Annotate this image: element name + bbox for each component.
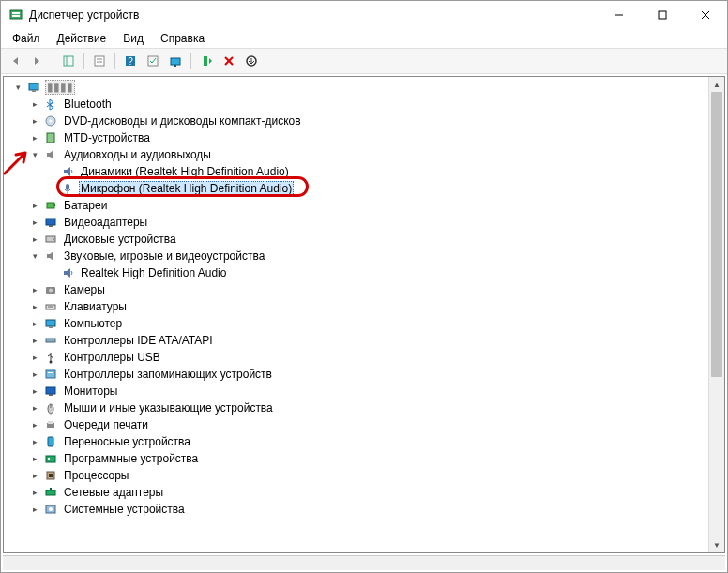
tree-item[interactable]: ▸ Мониторы [28, 383, 724, 400]
menu-action[interactable]: Действие [50, 30, 114, 47]
tree-item[interactable]: ▸ Сетевые адаптеры [28, 484, 724, 501]
expand-icon[interactable]: ▾ [11, 81, 24, 94]
tree-item[interactable]: ▸ Процессоры [28, 467, 724, 484]
svg-rect-43 [46, 387, 55, 394]
tree-item[interactable]: Динамики (Realtek High Definition Audio) [45, 163, 724, 180]
tree-item[interactable]: ▸ Контроллеры IDE ATA/ATAPI [28, 332, 724, 349]
expand-icon[interactable]: ▸ [28, 131, 41, 144]
menu-help[interactable]: Справка [153, 30, 212, 47]
expand-icon[interactable]: ▸ [28, 368, 41, 381]
close-button[interactable] [684, 1, 727, 29]
tree-item-label: Батареи [62, 198, 109, 213]
expand-icon[interactable]: ▸ [28, 469, 41, 482]
expand-icon[interactable]: ▸ [28, 351, 41, 364]
svg-rect-55 [50, 488, 52, 490]
tree-item-label: Мониторы [62, 384, 119, 399]
expand-icon[interactable]: ▸ [28, 486, 41, 499]
update-driver-button[interactable] [241, 51, 262, 71]
tree-item[interactable]: ▸ Bluetooth [28, 96, 724, 113]
scroll-thumb[interactable] [711, 92, 722, 377]
scroll-up-icon[interactable]: ▲ [709, 77, 724, 92]
tree-item[interactable]: Микрофон (Realtek High Definition Audio) [45, 180, 724, 197]
tree-item[interactable]: ▸ Системные устройства [28, 501, 724, 518]
svg-rect-42 [48, 372, 53, 373]
tree-item[interactable]: ▸ Камеры [28, 281, 724, 298]
expand-icon[interactable]: ▸ [28, 317, 41, 330]
tree-item[interactable]: ▸ Контроллеры запоминающих устройств [28, 366, 724, 383]
help-button[interactable]: ? [120, 51, 141, 71]
svg-rect-26 [66, 184, 69, 190]
audio-icon [43, 147, 58, 162]
svg-rect-48 [48, 421, 53, 424]
tree-item[interactable]: ▸ Клавиатуры [28, 298, 724, 315]
tree-item-label: MTD-устройства [62, 130, 152, 145]
show-hide-tree-button[interactable] [58, 51, 79, 71]
tree-item[interactable]: ▸ Видеоадаптеры [28, 214, 724, 231]
enable-button[interactable] [196, 51, 217, 71]
expand-icon[interactable]: ▸ [28, 216, 41, 229]
svg-rect-50 [46, 456, 55, 462]
tree-item-label: Клавиатуры [62, 299, 129, 314]
tree-item[interactable]: ▾ Аудиовходы и аудиовыходы [28, 146, 724, 163]
device-tree[interactable]: ▾ ▮▮▮▮ ▸ Bluetooth ▸ DVD-дисководы и дис… [4, 77, 724, 552]
collapse-icon[interactable]: ▾ [28, 249, 41, 263]
expand-icon[interactable]: ▸ [28, 385, 41, 398]
tree-item-label: Контроллеры USB [62, 350, 162, 365]
scroll-down-icon[interactable]: ▼ [709, 537, 724, 552]
svg-rect-53 [49, 474, 53, 477]
menu-view[interactable]: Вид [115, 30, 151, 47]
portable-icon [43, 434, 58, 449]
expand-icon[interactable]: ▸ [28, 233, 41, 246]
expand-icon[interactable]: ▸ [28, 418, 41, 431]
tree-item[interactable]: ▸ Программные устройства [28, 450, 724, 467]
svg-rect-39 [46, 339, 55, 342]
expand-icon[interactable]: ▸ [28, 300, 41, 313]
dvd-icon [43, 113, 58, 128]
expand-icon[interactable]: ▸ [28, 199, 41, 212]
svg-rect-49 [48, 437, 53, 446]
tree-item[interactable]: ▸ Контроллеры USB [28, 349, 724, 366]
svg-rect-44 [49, 394, 53, 396]
vertical-scrollbar[interactable]: ▲ ▼ [708, 77, 724, 552]
tree-item[interactable]: ▸ Батареи [28, 197, 724, 214]
tree-item[interactable]: ▸ Мыши и иные указывающие устройства [28, 400, 724, 416]
tree-item[interactable]: ▾ Звуковые, игровые и видеоустройства [28, 248, 724, 264]
expand-icon[interactable]: ▸ [28, 435, 41, 448]
expand-icon[interactable]: ▸ [28, 283, 41, 296]
speaker-icon [60, 265, 75, 280]
expand-icon[interactable]: ▸ [28, 334, 41, 347]
minimize-button[interactable] [598, 1, 641, 29]
forward-button[interactable] [27, 51, 48, 71]
storage-ctrl-icon [43, 367, 58, 382]
tree-root[interactable]: ▾ ▮▮▮▮ [11, 79, 724, 96]
collapse-icon[interactable]: ▾ [28, 148, 41, 161]
tree-item[interactable]: ▸ Компьютер [28, 315, 724, 332]
tree-item[interactable]: ▸ Переносные устройства [28, 433, 724, 450]
window-title: Диспетчер устройств [29, 8, 139, 22]
expand-icon[interactable]: ▸ [28, 401, 41, 415]
cpu-icon [43, 468, 58, 483]
svg-rect-1 [12, 12, 20, 14]
svg-point-40 [50, 361, 53, 364]
expand-icon[interactable]: ▸ [28, 98, 41, 111]
tree-item[interactable]: ▸ Очереди печати [28, 416, 724, 433]
tree-item[interactable]: Realtek High Definition Audio [45, 264, 724, 281]
tree-item[interactable]: ▸ Дисковые устройства [28, 231, 724, 248]
tree-item[interactable]: ▸ MTD-устройства [28, 129, 724, 146]
menu-file[interactable]: Файл [5, 30, 48, 47]
system-icon [43, 502, 58, 517]
action-button[interactable] [143, 51, 163, 71]
scan-button[interactable] [165, 51, 186, 71]
svg-rect-25 [47, 133, 54, 143]
uninstall-button[interactable] [219, 51, 239, 71]
svg-rect-27 [47, 203, 54, 208]
tree-item[interactable]: ▸ DVD-дисководы и дисководы компакт-диск… [28, 113, 724, 129]
back-button[interactable] [5, 51, 25, 71]
svg-rect-51 [48, 458, 50, 460]
expand-icon[interactable]: ▸ [28, 114, 41, 128]
expand-icon[interactable]: ▸ [28, 503, 41, 516]
properties-button[interactable] [89, 51, 110, 71]
expand-icon[interactable]: ▸ [28, 452, 41, 465]
maximize-button[interactable] [641, 1, 684, 29]
svg-point-57 [49, 507, 53, 511]
